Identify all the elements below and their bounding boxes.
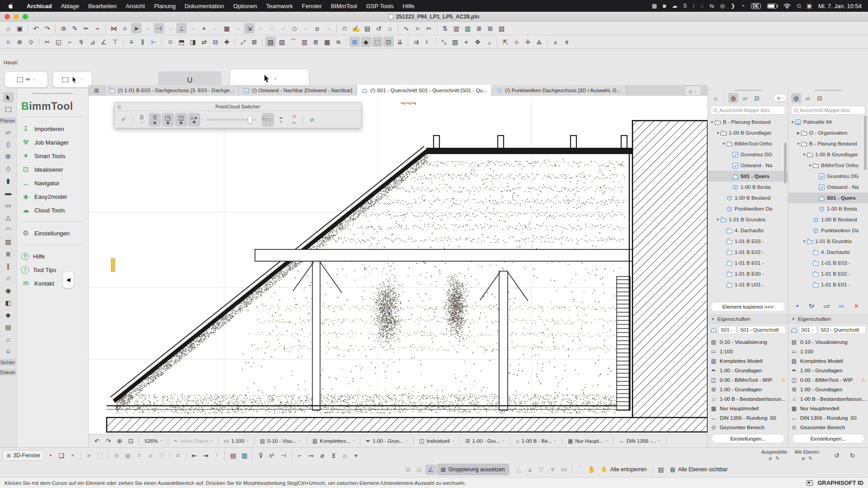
settings-button[interactable]: Einstellungen...	[712, 434, 784, 443]
tree-item[interactable]: 1-01 B E00 -	[708, 268, 788, 279]
tree-chevron[interactable]: ▼	[802, 239, 807, 244]
column-tool[interactable]: ▮	[3, 175, 14, 186]
menu-archicad[interactable]: Archicad	[22, 3, 57, 9]
clock-app-icon[interactable]: ◔	[741, 3, 744, 9]
tree-item[interactable]: Punktwolken Da	[708, 203, 788, 214]
property-graphic-override[interactable]: ⊞1-00 - Grundlagen	[710, 385, 786, 394]
show-deviation-icon[interactable]: △▲◉	[188, 113, 200, 127]
bring-forward-icon[interactable]: △	[514, 465, 524, 475]
quick-option-trace-reference[interactable]: ✒keine Daten›	[170, 438, 216, 444]
minus-box-icon[interactable]: ⊟	[210, 37, 221, 47]
end-icon[interactable]: ⊣	[278, 450, 288, 461]
home-icon[interactable]: ⌂	[3, 23, 14, 33]
cloud-drive-icon[interactable]: ☁	[672, 3, 677, 9]
bimm-smart-tools[interactable]: ✶Smart Tools	[21, 149, 84, 163]
menu-bearbeiten[interactable]: Bearbeiten	[84, 3, 121, 9]
search-input[interactable]: Ausschnitt-Mappe durc	[791, 106, 865, 115]
down-icon[interactable]: ⇊	[395, 37, 405, 47]
layers-icon[interactable]: ▤	[228, 450, 238, 461]
mesh-tool[interactable]: ▨	[3, 236, 14, 247]
chevron-down-icon[interactable]: ⌄	[142, 23, 153, 33]
skylight-tool[interactable]: ◇	[3, 163, 14, 174]
send-backward-icon[interactable]: ▽	[536, 465, 547, 475]
property-structure-filter[interactable]: ▦Nur Hauptmodell	[710, 404, 786, 413]
zoom-forward-icon[interactable]: ↷	[103, 436, 113, 446]
delete-icon[interactable]: ✕	[134, 450, 144, 461]
lamp-tool[interactable]: ◉	[3, 285, 14, 296]
railing-tool[interactable]: ∥	[3, 261, 14, 271]
tree-chevron[interactable]: ▼	[802, 153, 807, 157]
pin-icon[interactable]: ⟟	[212, 450, 222, 461]
property-partial-structure-display[interactable]: ▨Komplettes Modell	[791, 356, 866, 366]
edit-icon[interactable]: ✎	[775, 455, 779, 461]
snap-point-icon[interactable]: ⊹	[511, 37, 522, 47]
menu-gsp-tools[interactable]: GSP Tools	[362, 3, 398, 9]
hide-icon[interactable]: ⌀	[769, 455, 772, 461]
layout-book-icon[interactable]: ▱	[803, 93, 813, 103]
view-map-icon[interactable]: ◍	[791, 93, 801, 103]
element-copy-button[interactable]: Element kopieren >>>	[711, 302, 785, 312]
view-name-field[interactable]: S01 - Querschnitt	[818, 326, 866, 334]
multiply-icon[interactable]: ⧄	[312, 23, 322, 33]
property-layer-combination[interactable]: ▤0-10 - Visualisierung	[791, 337, 866, 347]
inject-parameters-icon[interactable]: ✏	[81, 23, 91, 33]
waves-icon[interactable]: ≋	[333, 37, 344, 47]
arrow-icon[interactable]: ➤	[84, 450, 94, 461]
angle-icon[interactable]: ∠	[99, 37, 109, 47]
home-small-icon[interactable]: ⌂	[340, 450, 350, 461]
tree-item[interactable]: ▼B - Planung Bestand	[708, 117, 788, 127]
battery-icon[interactable]	[767, 4, 777, 9]
find-select-icon[interactable]: ⊚	[58, 23, 69, 33]
collapse-panel-button[interactable]: ◀	[62, 271, 74, 288]
shell-tool[interactable]: ◠	[3, 224, 14, 235]
half-fill-icon[interactable]: ⬒	[176, 37, 187, 47]
apple-menu-icon[interactable]	[7, 2, 14, 9]
tree-item[interactable]: ▼1-00 B Grundlager	[708, 127, 788, 138]
arrow-tool-icon[interactable]: ➤	[131, 23, 142, 33]
layer-dialog-icon[interactable]: ▥	[462, 23, 473, 33]
palette-close-button[interactable]	[117, 105, 121, 109]
hide-icon[interactable]: ⌀	[802, 455, 805, 461]
curtain-wall-tool[interactable]: ▤	[3, 322, 14, 332]
hand-icon[interactable]: ✋	[586, 465, 597, 475]
adjust-icon[interactable]: ⌖	[199, 23, 209, 33]
menu-teamwork[interactable]: Teamwork	[262, 3, 297, 9]
origin-icon[interactable]: ⇱	[500, 37, 510, 47]
show-points-icon[interactable]: ⠿◉	[149, 113, 161, 127]
ghost-icon[interactable]: ⬚	[372, 37, 382, 47]
bring-front-icon[interactable]: ▲	[525, 465, 535, 475]
tree-chevron[interactable]: ▼	[710, 120, 714, 124]
zoom-in-icon[interactable]: ⊕	[14, 37, 25, 47]
publisher-icon[interactable]: ✍	[351, 23, 361, 33]
split-icon[interactable]: ⊥	[176, 23, 187, 33]
tab-overview-button[interactable]: ⊞	[89, 85, 105, 96]
storey-icon[interactable]: ⇅	[440, 23, 450, 33]
move-all-icon[interactable]: ✥	[472, 37, 483, 47]
marker-icon[interactable]: ⌗	[120, 23, 130, 33]
swap-icon[interactable]: ⇄	[199, 37, 209, 47]
target-icon[interactable]: ⌖	[461, 37, 472, 47]
chevron-down-icon[interactable]: ⌄	[233, 23, 243, 33]
rotate-right-icon[interactable]: ↻	[847, 450, 858, 461]
settings-button[interactable]: Einstellungen...	[792, 434, 864, 443]
arc-icon[interactable]: ⌒	[288, 37, 298, 47]
menu-ablage[interactable]: Ablage	[57, 3, 84, 9]
quick-option-partial-structure[interactable]: ▨Komplettes...›	[309, 438, 358, 444]
lock-icon[interactable]: ⌒	[575, 465, 585, 475]
magic-wand-icon[interactable]: ⌁	[92, 23, 103, 33]
pickup-parameters-icon[interactable]: ✎	[70, 23, 80, 33]
zone-tool[interactable]: ◧	[3, 297, 14, 308]
dense-hatch-icon[interactable]: ▩	[322, 37, 332, 47]
zoom-back-icon[interactable]: ↶	[92, 436, 102, 446]
quick-option-structure-filter[interactable]: ▦Nur Haupt...›	[565, 438, 611, 444]
tab-s01-querschnitt[interactable]: (!) S01 - Querschnitt S01 - Querschnitt …	[357, 85, 492, 96]
zoom-icon[interactable]: ⊕	[111, 450, 122, 461]
bimmtool-status-icon[interactable]: ▦	[652, 3, 657, 9]
bimm-einstellungen[interactable]: ⚙Einstellungen	[21, 226, 84, 240]
search-input[interactable]: Ausschnitt-Mappe durc	[711, 106, 785, 115]
layers-list-icon[interactable]: ≣	[311, 37, 321, 47]
bimm-easy2model[interactable]: ◈Easy2model	[21, 190, 84, 203]
quick-option-dimension-standard[interactable]: ↔DIN 1356 -...›	[616, 438, 664, 444]
crop-icon[interactable]: ◱	[53, 37, 64, 47]
copyright-app-icon[interactable]: ◎	[720, 3, 725, 9]
